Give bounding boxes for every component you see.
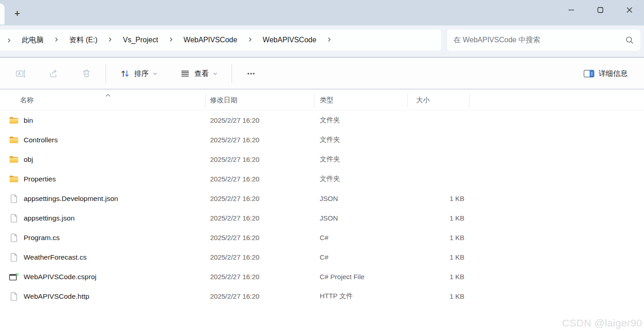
file-date: 2025/2/27 16:20 — [206, 292, 314, 300]
file-type: C# Project File — [314, 273, 408, 281]
file-name: appsettings.Development.json — [24, 195, 118, 203]
close-icon — [626, 7, 633, 13]
address-row: 此电脑资料 (E:)Vs_ProjectWebAPIVSCodeWebAPIVS… — [0, 25, 644, 58]
breadcrumb-chevron-icon — [7, 38, 11, 43]
search-icon — [625, 36, 634, 45]
table-row[interactable]: C# WebAPIVSCode.csproj 2025/2/27 16:20 C… — [0, 267, 644, 286]
more-options-button[interactable] — [241, 65, 261, 83]
column-header-name[interactable]: 名称 — [0, 93, 206, 108]
table-row[interactable]: appsettings.Development.json 2025/2/27 1… — [0, 189, 644, 208]
toolbar-divider — [106, 64, 106, 83]
breadcrumb-chevron-icon[interactable] — [248, 37, 252, 42]
breadcrumb-chevron-icon[interactable] — [54, 37, 59, 42]
column-headers: 名称 修改日期 类型 大小 — [0, 90, 644, 110]
file-icon — [9, 292, 19, 301]
sort-label: 排序 — [134, 69, 149, 79]
file-name-cell: WebAPIVSCode.http — [0, 292, 206, 301]
close-button[interactable] — [615, 0, 644, 20]
table-row[interactable]: Program.cs 2025/2/27 16:20 C# 1 KB — [0, 228, 644, 247]
toolbar-divider — [231, 64, 232, 83]
column-header-date[interactable]: 修改日期 — [206, 93, 314, 108]
breadcrumb-item[interactable]: WebAPIVSCode — [177, 34, 244, 45]
csproj-icon: C# — [9, 272, 19, 281]
file-type: JSON — [314, 214, 408, 222]
file-size: 1 KB — [408, 234, 470, 241]
column-header-type[interactable]: 类型 — [314, 93, 408, 108]
file-name: bin — [24, 116, 33, 125]
file-date: 2025/2/27 16:20 — [206, 155, 314, 163]
minimize-button[interactable] — [557, 0, 586, 20]
new-tab-button[interactable]: + — [10, 6, 25, 21]
view-button[interactable]: 查看 — [174, 65, 223, 83]
file-name: Controllers — [24, 136, 58, 144]
table-row[interactable]: WebAPIVSCode.http 2025/2/27 16:20 HTTP 文… — [0, 286, 644, 306]
folder-icon — [9, 135, 19, 145]
breadcrumb-chevron-icon[interactable] — [327, 37, 332, 42]
file-name: WebAPIVSCode.http — [24, 292, 89, 301]
breadcrumb-item[interactable]: 资料 (E:) — [63, 34, 104, 45]
file-date: 2025/2/27 16:20 — [206, 116, 314, 124]
view-icon — [180, 68, 191, 79]
share-icon — [48, 68, 60, 80]
file-name-cell: obj — [0, 155, 206, 164]
delete-button[interactable] — [76, 65, 96, 83]
more-icon — [246, 68, 257, 79]
table-row[interactable]: WeatherForecast.cs 2025/2/27 16:20 C# 1 … — [0, 247, 644, 267]
breadcrumb-item[interactable]: WebAPIVSCode — [257, 34, 323, 45]
file-name-cell: Properties — [0, 175, 206, 184]
file-name-cell: bin — [0, 116, 206, 125]
file-icon — [9, 194, 19, 203]
details-pane-icon — [584, 69, 595, 78]
file-date: 2025/2/27 16:20 — [206, 175, 314, 183]
table-row[interactable]: appsettings.json 2025/2/27 16:20 JSON 1 … — [0, 208, 644, 228]
maximize-button[interactable] — [586, 0, 615, 20]
view-label: 查看 — [194, 69, 209, 79]
file-name-cell: Program.cs — [0, 233, 206, 242]
file-type: 文件夹 — [314, 155, 408, 164]
details-pane-button[interactable]: 详细信息 — [578, 65, 633, 82]
file-name-cell: appsettings.Development.json — [0, 194, 206, 203]
file-type: 文件夹 — [314, 135, 408, 144]
file-icon — [9, 214, 19, 223]
file-date: 2025/2/27 16:20 — [206, 136, 314, 144]
file-name: appsettings.json — [24, 214, 75, 222]
trash-icon — [80, 68, 92, 80]
sort-button[interactable]: 排序 — [114, 65, 163, 83]
search-input[interactable]: 在 WebAPIVSCode 中搜索 — [453, 35, 625, 45]
file-size: 1 KB — [408, 253, 470, 261]
breadcrumb-chevron-icon[interactable] — [169, 37, 173, 42]
file-type: 文件夹 — [314, 175, 408, 183]
file-name: WeatherForecast.cs — [24, 253, 86, 261]
file-type: 文件夹 — [314, 116, 408, 125]
file-type: C# — [314, 253, 408, 261]
file-date: 2025/2/27 16:20 — [206, 234, 314, 241]
breadcrumb-item[interactable]: 此电脑 — [15, 34, 50, 45]
file-type: HTTP 文件 — [314, 292, 408, 301]
file-name: Properties — [24, 175, 56, 183]
breadcrumb: 此电脑资料 (E:)Vs_ProjectWebAPIVSCodeWebAPIVS… — [15, 35, 336, 45]
file-name: obj — [24, 155, 33, 164]
active-tab-stub[interactable] — [0, 4, 5, 25]
file-name-cell: Controllers — [0, 135, 206, 145]
file-type: C# — [314, 234, 408, 241]
breadcrumb-item[interactable]: Vs_Project — [116, 34, 164, 45]
folder-icon — [9, 175, 19, 184]
details-pane-label: 详细信息 — [599, 69, 628, 79]
table-row[interactable]: obj 2025/2/27 16:20 文件夹 — [0, 150, 644, 169]
file-date: 2025/2/27 16:20 — [206, 195, 314, 202]
folder-icon — [9, 155, 19, 164]
share-button[interactable] — [44, 65, 64, 83]
search-box[interactable]: 在 WebAPIVSCode 中搜索 — [447, 30, 640, 51]
file-size: 1 KB — [408, 214, 470, 222]
table-row[interactable]: bin 2025/2/27 16:20 文件夹 — [0, 110, 644, 130]
rename-button[interactable] — [11, 65, 31, 83]
sort-icon — [120, 68, 131, 79]
file-list: bin 2025/2/27 16:20 文件夹 Controllers 2025… — [0, 110, 644, 306]
table-row[interactable]: Controllers 2025/2/27 16:20 文件夹 — [0, 130, 644, 150]
table-row[interactable]: Properties 2025/2/27 16:20 文件夹 — [0, 169, 644, 189]
breadcrumb-chevron-icon[interactable] — [108, 37, 112, 42]
address-bar[interactable]: 此电脑资料 (E:)Vs_ProjectWebAPIVSCodeWebAPIVS… — [0, 30, 441, 51]
file-size: 1 KB — [408, 195, 470, 202]
column-header-size[interactable]: 大小 — [408, 93, 470, 108]
window-controls — [557, 0, 644, 22]
